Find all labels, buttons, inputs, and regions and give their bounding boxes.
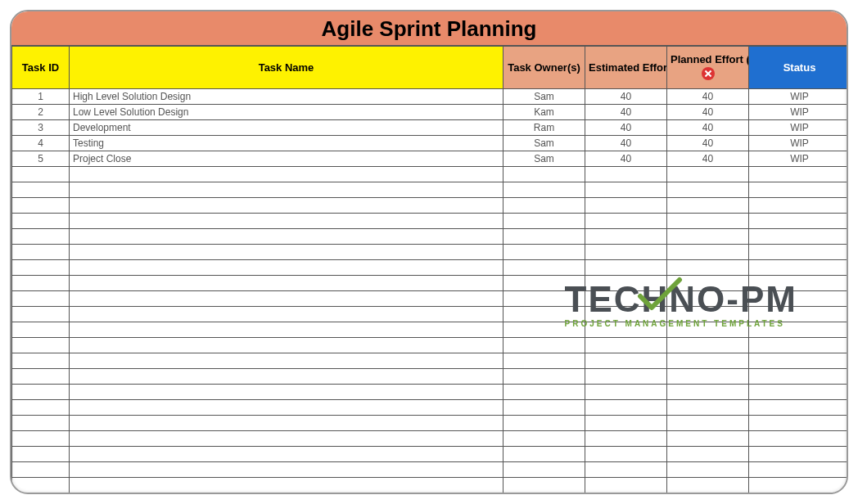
cell-empty[interactable]	[585, 462, 667, 478]
cell-estimated[interactable]: 40	[585, 136, 667, 151]
cell-empty[interactable]	[585, 478, 667, 493]
cell-empty[interactable]	[70, 229, 504, 245]
cell-empty[interactable]	[585, 229, 667, 245]
cell-task-owner[interactable]: Ram	[504, 120, 585, 136]
cell-empty[interactable]	[504, 260, 585, 276]
cell-empty[interactable]	[667, 369, 749, 385]
cell-task-id[interactable]: 3	[12, 120, 70, 136]
cell-task-id[interactable]: 2	[12, 105, 70, 120]
cell-empty[interactable]	[667, 245, 749, 260]
cell-empty[interactable]	[12, 214, 70, 229]
cell-empty[interactable]	[70, 291, 504, 307]
cell-empty[interactable]	[70, 260, 504, 276]
cell-empty[interactable]	[504, 276, 585, 291]
cell-empty[interactable]	[585, 245, 667, 260]
cell-empty[interactable]	[749, 493, 849, 495]
cell-empty[interactable]	[585, 291, 667, 307]
cell-empty[interactable]	[749, 416, 849, 431]
cell-empty[interactable]	[70, 182, 504, 198]
cell-empty[interactable]	[70, 276, 504, 291]
cell-empty[interactable]	[70, 369, 504, 385]
cell-empty[interactable]	[70, 478, 504, 493]
cell-empty[interactable]	[504, 493, 585, 495]
cell-empty[interactable]	[667, 493, 749, 495]
cell-empty[interactable]	[504, 385, 585, 400]
cell-empty[interactable]	[585, 353, 667, 369]
cell-empty[interactable]	[585, 431, 667, 447]
cell-empty[interactable]	[70, 338, 504, 353]
cell-empty[interactable]	[70, 322, 504, 338]
cell-empty[interactable]	[504, 400, 585, 416]
cell-empty[interactable]	[585, 400, 667, 416]
cell-empty[interactable]	[667, 416, 749, 431]
cell-empty[interactable]	[667, 260, 749, 276]
cell-empty[interactable]	[70, 307, 504, 322]
cell-empty[interactable]	[12, 245, 70, 260]
cell-empty[interactable]	[12, 385, 70, 400]
cell-empty[interactable]	[585, 416, 667, 431]
cell-empty[interactable]	[12, 167, 70, 182]
cell-empty[interactable]	[585, 167, 667, 182]
cell-empty[interactable]	[585, 322, 667, 338]
cell-empty[interactable]	[70, 431, 504, 447]
cell-empty[interactable]	[749, 338, 849, 353]
cell-task-id[interactable]: 1	[12, 89, 70, 105]
cell-status[interactable]: WIP	[749, 120, 849, 136]
cell-empty[interactable]	[70, 245, 504, 260]
cell-empty[interactable]	[12, 276, 70, 291]
cell-empty[interactable]	[12, 478, 70, 493]
cell-empty[interactable]	[70, 167, 504, 182]
cell-empty[interactable]	[749, 462, 849, 478]
cell-empty[interactable]	[585, 338, 667, 353]
cell-empty[interactable]	[504, 478, 585, 493]
cell-empty[interactable]	[749, 198, 849, 214]
cell-empty[interactable]	[667, 462, 749, 478]
cell-empty[interactable]	[667, 229, 749, 245]
cell-planned[interactable]: 40	[667, 136, 749, 151]
cell-empty[interactable]	[70, 462, 504, 478]
cell-empty[interactable]	[585, 214, 667, 229]
cell-planned[interactable]: 40	[667, 105, 749, 120]
cell-empty[interactable]	[749, 447, 849, 462]
cell-empty[interactable]	[667, 167, 749, 182]
cell-empty[interactable]	[585, 369, 667, 385]
cell-empty[interactable]	[585, 493, 667, 495]
col-header-task-name[interactable]: Task Name	[70, 47, 504, 89]
cell-empty[interactable]	[504, 214, 585, 229]
cell-empty[interactable]	[504, 447, 585, 462]
cell-empty[interactable]	[504, 322, 585, 338]
cell-empty[interactable]	[667, 353, 749, 369]
cell-empty[interactable]	[749, 353, 849, 369]
cell-empty[interactable]	[749, 167, 849, 182]
cell-empty[interactable]	[12, 229, 70, 245]
cell-empty[interactable]	[70, 447, 504, 462]
cell-empty[interactable]	[585, 447, 667, 462]
cell-empty[interactable]	[12, 431, 70, 447]
cell-task-id[interactable]: 4	[12, 136, 70, 151]
cell-empty[interactable]	[749, 322, 849, 338]
cell-task-owner[interactable]: Sam	[504, 136, 585, 151]
cell-empty[interactable]	[667, 431, 749, 447]
cell-status[interactable]: WIP	[749, 105, 849, 120]
cell-empty[interactable]	[504, 245, 585, 260]
cell-empty[interactable]	[504, 462, 585, 478]
cell-empty[interactable]	[667, 400, 749, 416]
col-header-estimated[interactable]: Estimated Effort (hrs)	[585, 47, 667, 89]
col-header-task-owner[interactable]: Task Owner(s)	[504, 47, 585, 89]
cell-empty[interactable]	[749, 229, 849, 245]
cell-empty[interactable]	[749, 369, 849, 385]
cell-task-owner[interactable]: Kam	[504, 105, 585, 120]
cell-task-name[interactable]: Development	[70, 120, 504, 136]
cell-empty[interactable]	[585, 307, 667, 322]
cell-empty[interactable]	[585, 198, 667, 214]
cell-status[interactable]: WIP	[749, 89, 849, 105]
cell-empty[interactable]	[504, 369, 585, 385]
cell-empty[interactable]	[749, 214, 849, 229]
cell-empty[interactable]	[12, 322, 70, 338]
cell-estimated[interactable]: 40	[585, 105, 667, 120]
cell-empty[interactable]	[749, 431, 849, 447]
cell-empty[interactable]	[70, 416, 504, 431]
cell-empty[interactable]	[749, 245, 849, 260]
cell-task-name[interactable]: Project Close	[70, 151, 504, 167]
cell-empty[interactable]	[667, 447, 749, 462]
